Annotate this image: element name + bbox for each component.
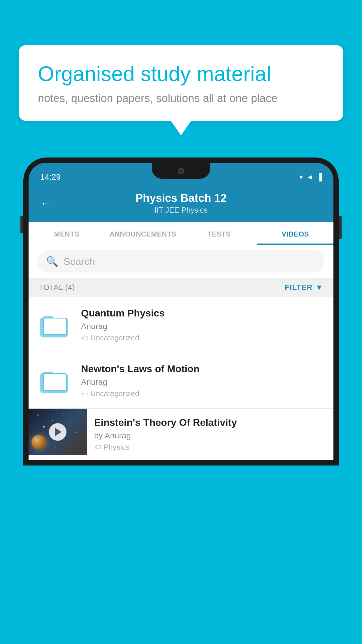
wifi-icon: ▾ <box>299 173 303 181</box>
video-title: Einstein's Theory Of Relativity <box>94 417 326 428</box>
filter-icon: ▼ <box>315 283 323 292</box>
header-subtitle: IIT JEE Physics <box>136 206 227 215</box>
phone-notch <box>152 163 210 179</box>
video-title: Newton's Laws of Motion <box>81 363 325 374</box>
power-button <box>339 216 342 239</box>
phone-outer-shell: 14:29 ▾ ◄ ▐ ← Physics Batch 12 IIT JEE P… <box>23 158 339 466</box>
front-camera <box>178 168 184 174</box>
search-container: 🔍 Search <box>29 245 333 278</box>
speech-bubble-card: Organised study material notes, question… <box>19 45 343 121</box>
space-background <box>29 409 87 455</box>
filter-label: FILTER <box>285 283 312 292</box>
list-item[interactable]: Newton's Laws of Motion Anurag 🏷 Uncateg… <box>29 353 333 409</box>
header-title-group: Physics Batch 12 IIT JEE Physics <box>136 192 227 215</box>
filter-button[interactable]: FILTER ▼ <box>285 283 323 292</box>
tab-ments[interactable]: MENTS <box>29 222 105 245</box>
app-header: ← Physics Batch 12 IIT JEE Physics <box>29 186 333 222</box>
video-list: Quantum Physics Anurag 🏷 Uncategorized <box>29 297 333 460</box>
video-thumbnail <box>37 367 72 395</box>
video-info: Quantum Physics Anurag 🏷 Uncategorized <box>81 307 325 342</box>
tabs-bar: MENTS ANNOUNCEMENTS TESTS VIDEOS <box>29 222 333 245</box>
speech-bubble-title: Organised study material <box>38 61 324 86</box>
volume-button <box>20 216 23 233</box>
tab-tests[interactable]: TESTS <box>181 222 257 245</box>
video-author: Anurag <box>81 322 325 331</box>
tag-label: Uncategorized <box>90 333 139 342</box>
search-icon: 🔍 <box>46 256 58 267</box>
video-title: Quantum Physics <box>81 307 325 319</box>
tab-videos[interactable]: VIDEOS <box>257 222 334 245</box>
video-tag: 🏷 Uncategorized <box>81 389 325 398</box>
filter-bar: TOTAL (4) FILTER ▼ <box>29 278 333 297</box>
speech-bubble-section: Organised study material notes, question… <box>19 45 343 135</box>
folder-icon <box>40 313 69 337</box>
tag-label: Physics <box>103 443 130 452</box>
phone-frame: 14:29 ▾ ◄ ▐ ← Physics Batch 12 IIT JEE P… <box>23 158 339 644</box>
total-count-label: TOTAL (4) <box>39 283 75 292</box>
search-input[interactable]: Search <box>64 256 95 267</box>
status-icons: ▾ ◄ ▐ <box>299 173 322 181</box>
list-item[interactable]: Quantum Physics Anurag 🏷 Uncategorized <box>29 297 333 353</box>
list-item[interactable]: Einstein's Theory Of Relativity by Anura… <box>29 409 333 460</box>
folder-icon <box>40 368 69 393</box>
video-author: by Anurag <box>94 431 326 440</box>
back-button[interactable]: ← <box>40 197 51 210</box>
video-thumbnail <box>37 311 72 339</box>
signal-icon: ◄ <box>306 173 313 181</box>
tab-announcements[interactable]: ANNOUNCEMENTS <box>105 222 181 245</box>
video-tag: 🏷 Physics <box>94 443 326 452</box>
video-info: Newton's Laws of Motion Anurag 🏷 Uncateg… <box>81 363 325 398</box>
header-title: Physics Batch 12 <box>136 192 227 204</box>
tag-icon: 🏷 <box>94 443 101 452</box>
search-bar[interactable]: 🔍 Search <box>37 250 325 272</box>
tag-icon: 🏷 <box>81 334 88 342</box>
video-info: Einstein's Theory Of Relativity by Anura… <box>87 409 333 460</box>
einstein-thumbnail <box>29 409 87 455</box>
battery-icon: ▐ <box>317 173 322 181</box>
video-author: Anurag <box>81 377 325 387</box>
speech-bubble-tail <box>171 121 191 135</box>
speech-bubble-subtitle: notes, question papers, solutions all at… <box>38 92 324 105</box>
status-time: 14:29 <box>40 172 61 182</box>
tag-label: Uncategorized <box>90 389 139 398</box>
tag-icon: 🏷 <box>81 390 88 398</box>
video-tag: 🏷 Uncategorized <box>81 333 325 342</box>
